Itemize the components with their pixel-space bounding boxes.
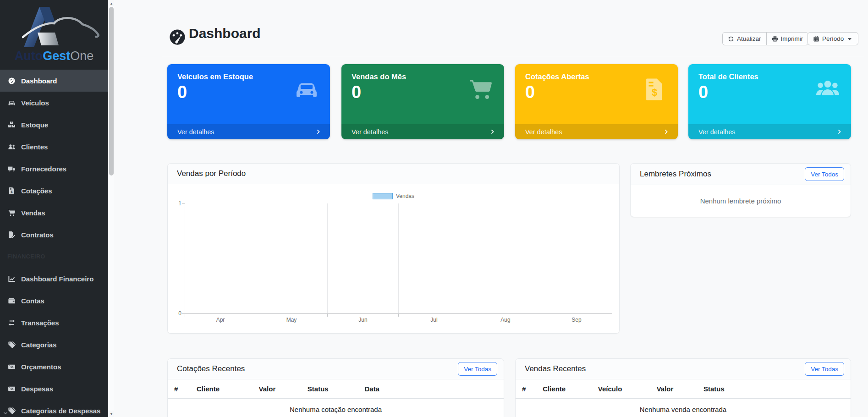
app-window: AutoGestOne Dashboard Veículos xyxy=(0,0,868,417)
view-all-sales-button[interactable]: Ver Todas xyxy=(805,362,844,376)
sidebar-item-orcamentos[interactable]: Orçamentos xyxy=(0,356,108,378)
reminders-card: Lembretes Próximos Ver Todos Nenhum lemb… xyxy=(630,163,851,217)
stat-card-title: Cotações Abertas xyxy=(525,72,589,81)
svg-text:AutoGestOne: AutoGestOne xyxy=(15,49,94,63)
autogest-logo-icon: AutoGestOne xyxy=(5,3,103,66)
sales-chart-header: Vendas por Período xyxy=(168,164,619,184)
users-icon xyxy=(7,143,16,151)
column-header: Status xyxy=(700,379,851,399)
sidebar-item-fornecedores[interactable]: Fornecedores xyxy=(0,158,108,180)
reminders-header: Lembretes Próximos Ver Todos xyxy=(631,164,851,185)
sidebar-item-estoque[interactable]: Estoque xyxy=(0,114,108,136)
sidebar-item-label: Dashboard xyxy=(21,77,57,85)
dashboard-title-icon xyxy=(169,28,186,46)
sales-chart-title: Vendas por Período xyxy=(177,169,246,178)
sales-chart-card: Vendas por Período Vendas 1 0 xyxy=(167,163,620,334)
tags-icon xyxy=(7,406,16,415)
view-all-quotes-button[interactable]: Ver Todas xyxy=(458,362,497,376)
recent-sales-header: Vendas Recentes Ver Todas xyxy=(516,359,851,379)
money-bill-icon xyxy=(7,362,16,371)
boxes-icon xyxy=(7,121,16,129)
recent-quotes-card: Cotações Recentes Ver Todas # Cliente Va… xyxy=(167,358,504,417)
stat-card-details-link[interactable]: Ver detalhes xyxy=(688,124,851,139)
print-button[interactable]: Imprimir xyxy=(766,32,809,45)
sidebar-item-cotacoes[interactable]: $ Cotações xyxy=(0,180,108,202)
calendar-icon xyxy=(813,36,819,42)
exchange-icon xyxy=(7,318,16,327)
scrollbar-thumb[interactable] xyxy=(109,7,114,176)
brand-logo[interactable]: AutoGestOne xyxy=(0,0,108,69)
legend-swatch xyxy=(373,193,393,199)
refresh-button[interactable]: Atualizar xyxy=(722,32,767,45)
sidebar-item-label: Categorias xyxy=(21,341,57,349)
sidebar-item-label: Contas xyxy=(21,297,44,305)
car-icon xyxy=(7,99,16,107)
stat-card-details-link[interactable]: Ver detalhes xyxy=(167,124,330,139)
view-all-reminders-button[interactable]: Ver Todos xyxy=(805,167,844,181)
y-tick-label: 1 xyxy=(171,200,181,207)
column-header: Data xyxy=(361,379,504,399)
scroll-down-icon[interactable]: ▼ xyxy=(109,411,114,417)
sidebar-item-contas[interactable]: Contas xyxy=(0,290,108,312)
recent-quotes-table: # Cliente Valor Status Data Nenhuma cota… xyxy=(168,379,504,417)
sidebar-item-vendas[interactable]: Vendas xyxy=(0,202,108,224)
column-header: # xyxy=(516,379,539,399)
stat-card-vehicles: Veículos em Estoque 0 Ver detalhes xyxy=(167,64,330,139)
chevron-right-icon xyxy=(316,129,322,135)
truck-icon xyxy=(7,165,16,173)
sidebar-item-veiculos[interactable]: Veículos xyxy=(0,92,108,114)
stat-card-title: Total de Clientes xyxy=(698,72,758,81)
svg-text:$: $ xyxy=(11,190,13,193)
y-tick-label: 0 xyxy=(171,310,181,317)
sidebar-item-label: Estoque xyxy=(21,121,48,129)
sidebar-item-transacoes[interactable]: Transações xyxy=(0,312,108,334)
stat-card-details-link[interactable]: Ver detalhes xyxy=(515,124,678,139)
car-icon xyxy=(294,77,319,102)
stat-card-value: 0 xyxy=(352,82,361,102)
table-header-row: # Cliente Valor Status Data xyxy=(168,379,504,399)
vertical-scrollbar[interactable]: ▲ ▼ xyxy=(108,0,114,417)
sidebar-item-label: Orçamentos xyxy=(21,363,61,371)
sidebar-item-categorias-de-despesas[interactable]: Categorias de Despesas xyxy=(0,400,108,417)
sidebar-item-dashboard-financeiro[interactable]: Dashboard Financeiro xyxy=(0,268,108,290)
x-tick-label: Jun xyxy=(327,317,399,323)
chevron-down-icon xyxy=(3,411,8,417)
sidebar-item-label: Categorias de Despesas xyxy=(21,407,100,415)
chart-line-icon xyxy=(7,274,16,283)
chevron-right-icon xyxy=(837,129,843,135)
recent-quotes-header: Cotações Recentes Ver Todas xyxy=(168,359,504,379)
sidebar-item-label: Contratos xyxy=(21,231,54,239)
chart-legend[interactable]: Vendas xyxy=(168,193,619,199)
file-invoice-dollar-icon: $ xyxy=(7,187,16,195)
column-header: Cliente xyxy=(539,379,594,399)
column-header: Cliente xyxy=(193,379,255,399)
header-actions: Atualizar Imprimir xyxy=(722,32,808,45)
sidebar-section-financeiro: FINANCEIRO xyxy=(0,246,108,268)
stat-card-details-link[interactable]: Ver detalhes xyxy=(341,124,504,139)
stat-card-quotes: Cotações Abertas 0 $ Ver detalhes xyxy=(515,64,678,139)
stat-card-title: Veículos em Estoque xyxy=(177,72,253,81)
column-header: Valor xyxy=(255,379,304,399)
empty-row: Nenhuma venda encontrada xyxy=(516,399,851,417)
empty-state-text: Nenhuma cotação encontrada xyxy=(168,399,504,417)
stat-card-value: 0 xyxy=(698,82,708,102)
sidebar-item-label: Cotações xyxy=(21,187,52,195)
sidebar-item-label: Transações xyxy=(21,319,59,327)
money-bill-icon xyxy=(7,384,16,393)
sidebar-item-label: Vendas xyxy=(21,209,45,217)
sidebar-item-dashboard[interactable]: Dashboard xyxy=(0,70,108,92)
column-header: Veículo xyxy=(594,379,653,399)
sidebar: AutoGestOne Dashboard Veículos xyxy=(0,0,108,417)
scroll-up-icon[interactable]: ▲ xyxy=(109,0,114,6)
stat-card-value: 0 xyxy=(525,82,535,102)
sidebar-item-categorias[interactable]: Categorias xyxy=(0,334,108,356)
sidebar-item-despesas[interactable]: Despesas xyxy=(0,378,108,400)
file-signature-icon xyxy=(7,230,16,239)
sidebar-item-clientes[interactable]: Clientes xyxy=(0,136,108,158)
reminders-title: Lembretes Próximos xyxy=(640,170,711,179)
reminders-empty-text: Nenhum lembrete próximo xyxy=(631,185,851,217)
period-dropdown-button[interactable]: Período xyxy=(808,32,858,45)
caret-down-icon xyxy=(846,36,853,42)
sidebar-item-contratos[interactable]: Contratos xyxy=(0,224,108,246)
cart-icon xyxy=(7,208,16,217)
